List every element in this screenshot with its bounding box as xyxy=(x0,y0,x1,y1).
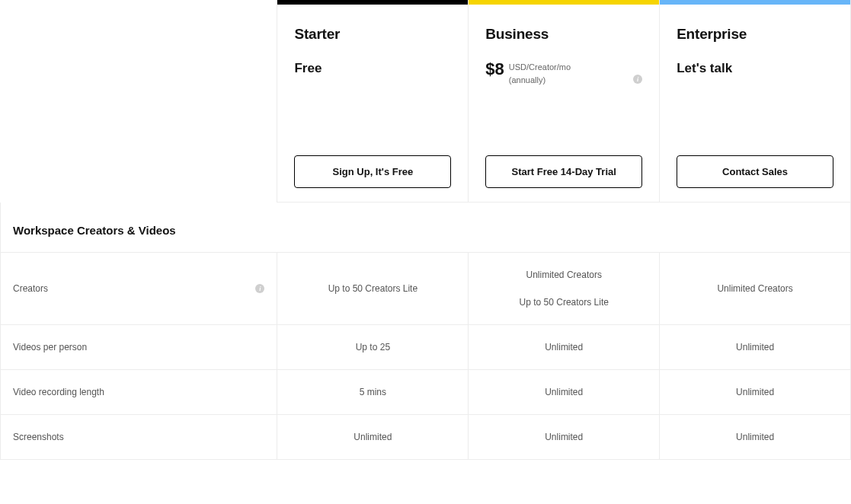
plan-price-row-business: $8 USD/Creator/mo (annually) i xyxy=(485,61,642,97)
feature-value-creators-business-l1: Unlimited Creators xyxy=(526,270,602,280)
feature-value-creators-business-l2: Up to 50 Creators Lite xyxy=(520,297,609,308)
feature-value-len-business: Unlimited xyxy=(469,370,660,415)
plan-name-enterprise: Enterprise xyxy=(677,26,833,43)
feature-label-creators: Creators i xyxy=(1,253,277,325)
plan-price-enterprise: Let's talk xyxy=(677,61,732,76)
feature-label-text: Video recording length xyxy=(13,387,104,397)
feature-value-creators-enterprise: Unlimited Creators xyxy=(660,253,851,325)
plan-price-row-enterprise: Let's talk xyxy=(677,61,833,97)
plan-price-row-starter: Free xyxy=(294,61,451,97)
feature-row-videos-per-person: Videos per person Up to 25 Unlimited Unl… xyxy=(1,325,851,370)
feature-label-text: Creators xyxy=(13,283,48,294)
feature-label-screenshots: Screenshots xyxy=(1,415,277,460)
plan-header-starter: Starter Free Sign Up, It's Free xyxy=(277,5,468,203)
feature-value-creators-business: Unlimited Creators Up to 50 Creators Lit… xyxy=(469,253,660,325)
contact-sales-button[interactable]: Contact Sales xyxy=(677,155,833,188)
feature-value-ss-business: Unlimited xyxy=(469,415,660,460)
info-icon[interactable]: i xyxy=(633,75,642,84)
start-free-trial-button[interactable]: Start Free 14-Day Trial xyxy=(485,155,642,188)
plan-price-business-cycle: (annually) xyxy=(509,74,571,87)
plan-price-business-unit: USD/Creator/mo xyxy=(509,61,571,74)
plan-name-business: Business xyxy=(485,26,642,43)
feature-label-recording-length: Video recording length xyxy=(1,370,277,415)
plan-price-business-amount: $8 xyxy=(485,61,504,78)
feature-label-text: Screenshots xyxy=(13,432,64,442)
plan-header-enterprise: Enterprise Let's talk Contact Sales xyxy=(660,5,850,203)
plan-price-starter: Free xyxy=(294,61,322,76)
info-icon[interactable]: i xyxy=(255,284,264,293)
feature-value-vpp-enterprise: Unlimited xyxy=(660,325,851,370)
plan-price-business-sub: USD/Creator/mo (annually) xyxy=(509,61,571,86)
plan-name-starter: Starter xyxy=(294,26,451,43)
pricing-comparison-table: Starter Free Sign Up, It's Free Business… xyxy=(0,0,851,460)
feature-value-creators-starter: Up to 50 Creators Lite xyxy=(277,253,469,325)
feature-label-videos-per-person: Videos per person xyxy=(1,325,277,370)
section-header-row: Workspace Creators & Videos xyxy=(1,203,851,253)
feature-row-screenshots: Screenshots Unlimited Unlimited Unlimite… xyxy=(1,415,851,460)
plan-col-starter: Starter Free Sign Up, It's Free xyxy=(277,0,469,203)
plan-col-enterprise: Enterprise Let's talk Contact Sales xyxy=(660,0,851,203)
plans-header-row: Starter Free Sign Up, It's Free Business… xyxy=(1,0,851,203)
feature-value-len-starter: 5 mins xyxy=(277,370,469,415)
section-title: Workspace Creators & Videos xyxy=(1,203,851,253)
plan-header-business: Business $8 USD/Creator/mo (annually) i … xyxy=(469,5,659,203)
feature-value-vpp-starter: Up to 25 xyxy=(277,325,469,370)
feature-value-len-enterprise: Unlimited xyxy=(660,370,851,415)
feature-row-recording-length: Video recording length 5 mins Unlimited … xyxy=(1,370,851,415)
feature-label-text: Videos per person xyxy=(13,342,87,352)
feature-value-ss-enterprise: Unlimited xyxy=(660,415,851,460)
plan-col-business: Business $8 USD/Creator/mo (annually) i … xyxy=(469,0,660,203)
feature-row-creators: Creators i Up to 50 Creators Lite Unlimi… xyxy=(1,253,851,325)
signup-free-button[interactable]: Sign Up, It's Free xyxy=(294,155,451,188)
feature-value-ss-starter: Unlimited xyxy=(277,415,469,460)
feature-value-vpp-business: Unlimited xyxy=(469,325,660,370)
header-spacer-cell xyxy=(1,0,277,203)
